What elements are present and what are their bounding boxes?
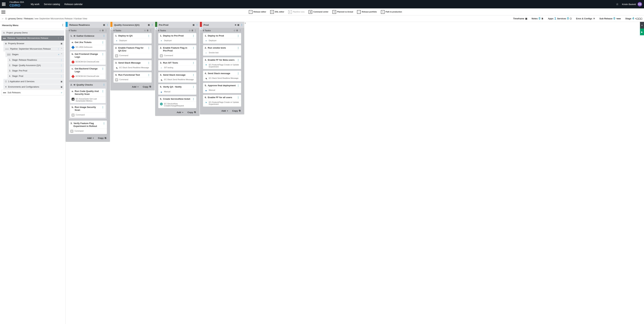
kebab-icon[interactable]: ⋮ xyxy=(237,46,240,49)
stage-header[interactable]: Quality Assurance (QA) ▦ ⋮ xyxy=(110,22,155,28)
collapse-icon[interactable]: ⌃ xyxy=(61,48,62,50)
collapse-icon[interactable]: ⌃ xyxy=(61,53,62,56)
kebab-icon[interactable]: ⋮ xyxy=(102,41,104,44)
diamond-icon[interactable]: ◇ xyxy=(144,29,146,31)
add-stage-icon[interactable]: + xyxy=(58,53,60,56)
trash-icon[interactable]: 🗑 xyxy=(192,29,194,31)
copy-task-button[interactable]: Copy⧉ xyxy=(98,137,106,139)
task-card[interactable]: 3. Enable FF for Beta users ⋮ ⚑ EC-Featu… xyxy=(203,57,241,69)
kebab-icon[interactable]: ⋮ xyxy=(105,29,107,31)
kebab-icon[interactable]: ⋮ xyxy=(148,34,150,37)
add-task-button[interactable]: Add+ xyxy=(222,109,228,112)
metric-stage[interactable]: Stage 4 +▢▢▢ xyxy=(625,17,642,20)
collapse-icon[interactable]: ⌃ xyxy=(61,37,62,39)
kebab-icon[interactable]: ⋮ xyxy=(237,34,240,37)
sidebar-stage-2[interactable]: 2.Stage: Quality Assurance (QA)⋮ xyxy=(8,63,64,68)
apps-grid-icon[interactable] xyxy=(2,2,6,6)
task-card[interactable]: 5. Approve final deployment ⋮ ◆ Manual xyxy=(203,83,241,93)
task-card[interactable]: a. Get Jira Tickets ⋮ EC-JIRA GetIssues xyxy=(70,39,106,50)
nav-my-work[interactable]: My work xyxy=(31,3,40,5)
add-before-stage-icon[interactable]: + xyxy=(155,27,158,29)
breadcrumb-release[interactable]: September Microservices Release xyxy=(39,17,72,20)
copy-task-button[interactable]: Copy⧉ xyxy=(143,85,151,88)
task-card[interactable]: c. Get Backend Change Logs ⋮ ECSCM-Git C… xyxy=(70,66,106,79)
kebab-icon[interactable]: ⋮ xyxy=(192,34,195,37)
trash-icon[interactable]: 🗑 xyxy=(147,29,149,31)
add-task-button[interactable]: Add+ xyxy=(87,137,94,139)
sidebar-sub-releases[interactable]: ▸▸▸Sub Releases+ xyxy=(1,90,64,95)
metric-timeframe[interactable]: Timeframe ▦ xyxy=(513,17,527,20)
task-card[interactable]: b. Get Frontend Change Logs ⋮ ECSCM-Git … xyxy=(70,51,106,65)
sidebar-release[interactable]: ▸▸▸Release: September Microservices Rele… xyxy=(1,36,64,41)
task-card[interactable]: 6. Create ServiceNow ticket ⋮ ↻ EC-Servi… xyxy=(158,96,196,108)
sidebar-env-config[interactable]: ✕Environments and Configurations▣ xyxy=(3,84,64,89)
sidebar-stages[interactable]: ▯▯▯Stages+⌃ xyxy=(6,52,64,57)
kebab-icon[interactable]: ⋮ xyxy=(103,34,105,37)
add-sub-release-icon[interactable]: + xyxy=(61,91,62,94)
kebab-icon[interactable]: ⋮ xyxy=(148,46,150,52)
grid-view-icon[interactable]: ▦ xyxy=(238,24,239,26)
task-card[interactable]: 2. Enable Feature Flag in Pre-Prod ⋮ { }… xyxy=(158,45,196,59)
user-avatar[interactable]: KB xyxy=(638,2,642,6)
tool-planned-vs-actual[interactable]: ◫Planned vs Actual xyxy=(332,10,353,14)
kebab-icon[interactable]: ⋮ xyxy=(239,29,241,31)
diamond-icon[interactable]: ◇ xyxy=(100,29,101,31)
grid-view-icon[interactable]: ▦ xyxy=(148,24,150,26)
list-view-icon[interactable]: ≣ xyxy=(235,24,236,26)
stage-header[interactable]: Pre-Prod ▦ ⋮ xyxy=(155,22,200,28)
diamond-icon[interactable]: ◇ xyxy=(189,29,190,31)
kebab-icon[interactable]: ⋮ xyxy=(60,59,62,61)
add-task-button[interactable]: Add+ xyxy=(132,85,138,88)
sidebar-property-browser[interactable]: ≣Property Browser▣ xyxy=(3,41,64,46)
nav-service-catalog[interactable]: Service catalog xyxy=(44,3,60,5)
kebab-icon[interactable]: ⋮ xyxy=(102,90,104,96)
task-card[interactable]: 4. Send Slack message ⋮ 🔌 EC-Slack Send … xyxy=(203,71,241,81)
task-card[interactable]: 3. Send Slack Message ⋮ 🔌 EC-Slack Send … xyxy=(114,60,152,71)
kebab-icon[interactable]: ⋮ xyxy=(57,48,60,50)
metric-apps-services[interactable]: Apps 1 Services 0 ⬡ xyxy=(548,17,572,20)
add-before-stage-icon[interactable]: + xyxy=(200,27,202,29)
kebab-icon[interactable]: ⋮ xyxy=(192,61,195,64)
grid-view-icon[interactable]: ▦ xyxy=(103,24,105,26)
task-card[interactable]: b. Run Image Security Scan ⋮ { } Command xyxy=(70,104,106,118)
kebab-icon[interactable]: ⋮ xyxy=(196,23,198,26)
kebab-icon[interactable]: ⋮ xyxy=(106,23,109,26)
trash-icon[interactable]: 🗑 xyxy=(236,29,238,31)
expand-icon[interactable]: ▣ xyxy=(60,42,62,45)
add-before-stage-icon[interactable]: + xyxy=(110,27,113,29)
tool-release-portfolio[interactable]: ⬚Release portfolio xyxy=(357,10,377,14)
task-card[interactable]: 3. Verify Feature Flag Experiment in Rol… xyxy=(69,120,107,134)
copy-task-button[interactable]: Copy⧉ xyxy=(188,111,196,114)
grid-view-icon[interactable]: ▦ xyxy=(193,24,194,26)
stage-header[interactable]: Release Readiness ▦ ⋮ xyxy=(66,22,110,28)
kebab-icon[interactable]: ⋮ xyxy=(148,74,150,76)
sidebar-apps-services[interactable]: ⬡1 Application and 0 Services▣ xyxy=(3,79,64,84)
kebab-icon[interactable]: ⋮ xyxy=(102,67,104,73)
task-card[interactable]: a. Run Code Quality And Security Scan ⋮ … xyxy=(70,88,106,103)
favorite-icon[interactable]: ☆ xyxy=(616,2,618,6)
add-after-stage-icon[interactable]: + xyxy=(244,22,248,24)
expand-icon[interactable]: ▣ xyxy=(60,80,62,83)
kebab-icon[interactable]: ⋮ xyxy=(103,83,105,86)
kebab-icon[interactable]: ⋮ xyxy=(192,98,195,100)
task-group[interactable]: 2. ⇉ Quality Checks ⋮ a. Run Code Qualit… xyxy=(69,82,107,119)
task-card[interactable]: 3. Run SIT Tests ⋮ » SIT testing xyxy=(158,60,196,71)
kebab-icon[interactable]: ⋮ xyxy=(237,59,240,61)
trash-icon[interactable]: 🗑 xyxy=(102,29,104,31)
kebab-icon[interactable]: ⋮ xyxy=(60,75,62,77)
kebab-icon[interactable]: ⋮ xyxy=(102,53,104,58)
copy-task-button[interactable]: Copy⧉ xyxy=(232,109,240,112)
task-card[interactable]: 1. Deploy to Pre-Prod ⋮ ✦ Deployer xyxy=(158,33,196,44)
sidebar-pipeline[interactable]: ▭▭Pipeline: September Microservices Rele… xyxy=(3,46,64,51)
tool-path-to-production[interactable]: ↳Path to production xyxy=(381,10,402,14)
tool-command-center[interactable]: ▥Command center xyxy=(308,10,328,14)
menu-icon[interactable] xyxy=(1,10,6,13)
rail-menu-icon[interactable]: ≡ xyxy=(640,22,644,28)
sidebar-stage-1[interactable]: 1.Stage: Release Readiness⋮ xyxy=(8,57,64,62)
stage-header[interactable]: Prod ≣ ▦ ⋮ xyxy=(200,22,244,28)
breadcrumb-project[interactable]: gmaxey Demo xyxy=(8,17,22,20)
task-card[interactable]: 1. Deploy to Prod ⋮ ✦ Deployer xyxy=(203,33,241,44)
tool-release-editor[interactable]: ↗Release editor xyxy=(249,10,266,14)
back-arrow-icon[interactable]: ← xyxy=(2,17,4,20)
kebab-icon[interactable]: ⋮ xyxy=(103,122,105,128)
